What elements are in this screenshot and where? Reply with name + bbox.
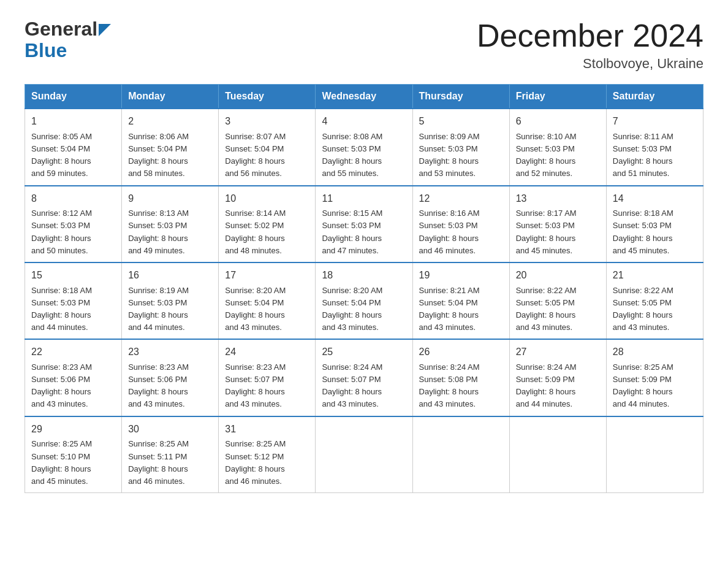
day-number: 5 <box>419 114 503 129</box>
day-cell: 30Sunrise: 8:25 AMSunset: 5:11 PMDayligh… <box>122 416 219 493</box>
day-cell: 25Sunrise: 8:24 AMSunset: 5:07 PMDayligh… <box>316 339 412 416</box>
day-info: Sunrise: 8:12 AMSunset: 5:03 PMDaylight:… <box>31 209 92 255</box>
day-number: 29 <box>31 422 115 437</box>
day-number: 31 <box>225 422 309 437</box>
day-cell: 4Sunrise: 8:08 AMSunset: 5:03 PMDaylight… <box>316 109 412 185</box>
location-title: Stolbovoye, Ukraine <box>477 56 703 72</box>
day-cell: 15Sunrise: 8:18 AMSunset: 5:03 PMDayligh… <box>25 262 122 339</box>
day-number: 16 <box>128 268 212 283</box>
column-header-sunday: Sunday <box>25 85 122 109</box>
day-cell: 24Sunrise: 8:23 AMSunset: 5:07 PMDayligh… <box>219 339 316 416</box>
day-cell: 13Sunrise: 8:17 AMSunset: 5:03 PMDayligh… <box>509 186 606 262</box>
day-info: Sunrise: 8:05 AMSunset: 5:04 PMDaylight:… <box>31 132 92 178</box>
day-number: 19 <box>419 268 503 283</box>
day-cell: 19Sunrise: 8:21 AMSunset: 5:04 PMDayligh… <box>412 262 509 339</box>
day-cell: 1Sunrise: 8:05 AMSunset: 5:04 PMDaylight… <box>25 109 122 185</box>
day-number: 25 <box>322 345 406 360</box>
day-number: 8 <box>31 191 115 207</box>
day-info: Sunrise: 8:07 AMSunset: 5:04 PMDaylight:… <box>225 132 286 178</box>
day-number: 12 <box>419 191 503 207</box>
day-info: Sunrise: 8:08 AMSunset: 5:03 PMDaylight:… <box>322 132 382 178</box>
day-number: 22 <box>31 345 115 360</box>
day-info: Sunrise: 8:23 AMSunset: 5:06 PMDaylight:… <box>128 362 189 408</box>
day-info: Sunrise: 8:15 AMSunset: 5:03 PMDaylight:… <box>322 209 382 255</box>
day-cell: 26Sunrise: 8:24 AMSunset: 5:08 PMDayligh… <box>412 339 509 416</box>
day-cell: 2Sunrise: 8:06 AMSunset: 5:04 PMDaylight… <box>122 109 219 185</box>
day-info: Sunrise: 8:24 AMSunset: 5:09 PMDaylight:… <box>516 362 577 408</box>
day-info: Sunrise: 8:20 AMSunset: 5:04 PMDaylight:… <box>322 286 382 332</box>
day-cell: 5Sunrise: 8:09 AMSunset: 5:03 PMDaylight… <box>412 109 509 185</box>
svg-marker-0 <box>99 24 111 36</box>
day-info: Sunrise: 8:14 AMSunset: 5:02 PMDaylight:… <box>225 209 286 255</box>
day-cell: 23Sunrise: 8:23 AMSunset: 5:06 PMDayligh… <box>122 339 219 416</box>
day-number: 4 <box>322 114 406 129</box>
day-number: 30 <box>128 422 212 437</box>
day-number: 2 <box>128 114 212 129</box>
day-cell <box>316 416 412 493</box>
week-row-5: 29Sunrise: 8:25 AMSunset: 5:10 PMDayligh… <box>25 416 703 493</box>
day-cell: 9Sunrise: 8:13 AMSunset: 5:03 PMDaylight… <box>122 186 219 262</box>
day-number: 6 <box>516 114 600 129</box>
day-cell: 6Sunrise: 8:10 AMSunset: 5:03 PMDaylight… <box>509 109 606 185</box>
day-info: Sunrise: 8:10 AMSunset: 5:03 PMDaylight:… <box>516 132 577 178</box>
day-cell: 29Sunrise: 8:25 AMSunset: 5:10 PMDayligh… <box>25 416 122 493</box>
day-info: Sunrise: 8:06 AMSunset: 5:04 PMDaylight:… <box>128 132 189 178</box>
day-info: Sunrise: 8:22 AMSunset: 5:05 PMDaylight:… <box>613 286 673 332</box>
header-row: SundayMondayTuesdayWednesdayThursdayFrid… <box>25 85 703 109</box>
day-number: 7 <box>613 114 697 129</box>
day-number: 13 <box>516 191 600 207</box>
column-header-thursday: Thursday <box>412 85 509 109</box>
day-number: 10 <box>225 191 309 207</box>
day-info: Sunrise: 8:18 AMSunset: 5:03 PMDaylight:… <box>31 286 92 332</box>
day-info: Sunrise: 8:17 AMSunset: 5:03 PMDaylight:… <box>516 209 577 255</box>
week-row-2: 8Sunrise: 8:12 AMSunset: 5:03 PMDaylight… <box>25 186 703 262</box>
column-header-friday: Friday <box>509 85 606 109</box>
day-info: Sunrise: 8:09 AMSunset: 5:03 PMDaylight:… <box>419 132 480 178</box>
day-cell: 10Sunrise: 8:14 AMSunset: 5:02 PMDayligh… <box>219 186 316 262</box>
day-info: Sunrise: 8:13 AMSunset: 5:03 PMDaylight:… <box>128 209 189 255</box>
day-number: 15 <box>31 268 115 283</box>
day-number: 1 <box>31 114 115 129</box>
day-cell: 21Sunrise: 8:22 AMSunset: 5:05 PMDayligh… <box>606 262 703 339</box>
logo-blue-text: Blue <box>25 39 67 61</box>
day-info: Sunrise: 8:25 AMSunset: 5:11 PMDaylight:… <box>128 439 189 485</box>
month-title: December 2024 <box>477 18 703 53</box>
day-cell: 7Sunrise: 8:11 AMSunset: 5:03 PMDaylight… <box>606 109 703 185</box>
day-number: 9 <box>128 191 212 207</box>
day-info: Sunrise: 8:20 AMSunset: 5:04 PMDaylight:… <box>225 286 286 332</box>
day-number: 24 <box>225 345 309 360</box>
column-header-wednesday: Wednesday <box>316 85 412 109</box>
title-area: December 2024 Stolbovoye, Ukraine <box>477 18 703 72</box>
day-info: Sunrise: 8:21 AMSunset: 5:04 PMDaylight:… <box>419 286 480 332</box>
day-info: Sunrise: 8:24 AMSunset: 5:08 PMDaylight:… <box>419 362 480 408</box>
day-cell: 3Sunrise: 8:07 AMSunset: 5:04 PMDaylight… <box>219 109 316 185</box>
day-number: 14 <box>613 191 697 207</box>
page-header: General Blue December 2024 Stolbovoye, U… <box>25 18 703 72</box>
week-row-4: 22Sunrise: 8:23 AMSunset: 5:06 PMDayligh… <box>25 339 703 416</box>
day-cell: 16Sunrise: 8:19 AMSunset: 5:03 PMDayligh… <box>122 262 219 339</box>
day-number: 27 <box>516 345 600 360</box>
day-info: Sunrise: 8:25 AMSunset: 5:12 PMDaylight:… <box>225 439 286 485</box>
column-header-saturday: Saturday <box>606 85 703 109</box>
day-cell: 20Sunrise: 8:22 AMSunset: 5:05 PMDayligh… <box>509 262 606 339</box>
day-info: Sunrise: 8:16 AMSunset: 5:03 PMDaylight:… <box>419 209 480 255</box>
column-header-monday: Monday <box>122 85 219 109</box>
day-info: Sunrise: 8:23 AMSunset: 5:06 PMDaylight:… <box>31 362 92 408</box>
day-cell <box>509 416 606 493</box>
day-cell: 31Sunrise: 8:25 AMSunset: 5:12 PMDayligh… <box>219 416 316 493</box>
day-info: Sunrise: 8:23 AMSunset: 5:07 PMDaylight:… <box>225 362 286 408</box>
day-info: Sunrise: 8:25 AMSunset: 5:09 PMDaylight:… <box>613 362 673 408</box>
column-header-tuesday: Tuesday <box>219 85 316 109</box>
day-cell: 12Sunrise: 8:16 AMSunset: 5:03 PMDayligh… <box>412 186 509 262</box>
day-info: Sunrise: 8:25 AMSunset: 5:10 PMDaylight:… <box>31 439 92 485</box>
day-number: 18 <box>322 268 406 283</box>
day-info: Sunrise: 8:11 AMSunset: 5:03 PMDaylight:… <box>613 132 673 178</box>
day-info: Sunrise: 8:22 AMSunset: 5:05 PMDaylight:… <box>516 286 577 332</box>
logo-arrow-icon <box>99 24 112 37</box>
day-cell: 14Sunrise: 8:18 AMSunset: 5:03 PMDayligh… <box>606 186 703 262</box>
day-cell <box>606 416 703 493</box>
day-cell: 11Sunrise: 8:15 AMSunset: 5:03 PMDayligh… <box>316 186 412 262</box>
week-row-3: 15Sunrise: 8:18 AMSunset: 5:03 PMDayligh… <box>25 262 703 339</box>
day-cell: 18Sunrise: 8:20 AMSunset: 5:04 PMDayligh… <box>316 262 412 339</box>
day-number: 23 <box>128 345 212 360</box>
